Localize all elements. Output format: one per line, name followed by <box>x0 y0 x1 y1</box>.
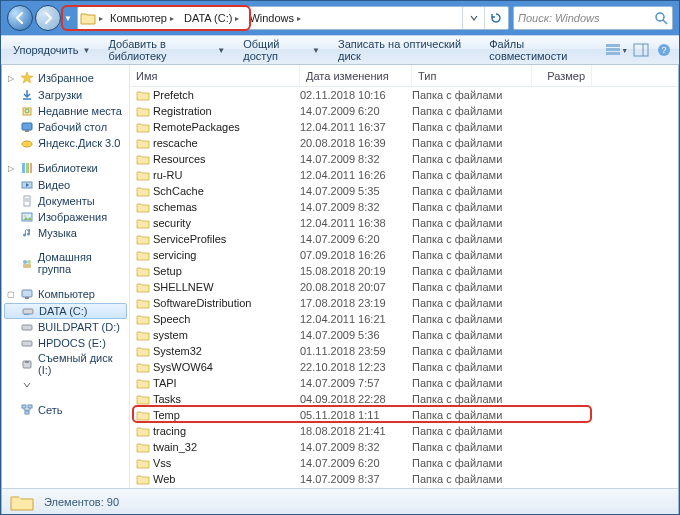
list-item[interactable]: ru-RU12.04.2011 16:26Папка с файлами <box>130 167 678 183</box>
list-item[interactable]: rescache20.08.2018 16:39Папка с файлами <box>130 135 678 151</box>
list-item[interactable]: Prefetch02.11.2018 10:16Папка с файлами <box>130 87 678 103</box>
list-item[interactable]: Setup15.08.2018 20:19Папка с файлами <box>130 263 678 279</box>
sidebar-item-documents[interactable]: Документы <box>2 193 129 209</box>
file-type: Папка с файлами <box>412 169 532 181</box>
file-type: Папка с файлами <box>412 297 532 309</box>
list-item[interactable]: security12.04.2011 16:38Папка с файлами <box>130 215 678 231</box>
command-toolbar: Упорядочить▼ Добавить в библиотеку▼ Общи… <box>1 35 679 65</box>
list-item[interactable]: ServiceProfiles14.07.2009 6:20Папка с фа… <box>130 231 678 247</box>
file-name: System32 <box>153 345 202 357</box>
sidebar-item-videos[interactable]: Видео <box>2 177 129 193</box>
file-name: Registration <box>153 105 212 117</box>
svg-rect-34 <box>25 361 29 363</box>
view-menu[interactable]: ▼ <box>605 38 628 62</box>
computer-header[interactable]: ▢ Компьютер <box>2 285 129 303</box>
folder-icon <box>136 248 150 262</box>
back-button[interactable] <box>7 5 33 31</box>
collapse-icon <box>6 259 16 268</box>
navigation-pane: ▷ Избранное Загрузки Недавние места Рабо… <box>2 65 130 488</box>
crumb-computer[interactable]: Компьютер▸ <box>106 7 180 29</box>
sidebar-item-drive-c[interactable]: DATA (C:) <box>4 303 127 319</box>
recent-icon <box>20 104 34 118</box>
sidebar-item-pictures[interactable]: Изображения <box>2 209 129 225</box>
list-item[interactable]: schemas14.07.2009 8:32Папка с файлами <box>130 199 678 215</box>
column-name[interactable]: Имя <box>130 65 300 86</box>
organize-menu[interactable]: Упорядочить▼ <box>5 40 98 60</box>
list-item[interactable]: SoftwareDistribution17.08.2018 23:19Папк… <box>130 295 678 311</box>
list-item[interactable]: SysWOW6422.10.2018 12:23Папка с файлами <box>130 359 678 375</box>
group-label: Библиотеки <box>38 162 98 174</box>
list-item[interactable]: Temp05.11.2018 1:11Папка с файлами <box>130 407 678 423</box>
list-item[interactable]: tracing18.08.2018 21:41Папка с файлами <box>130 423 678 439</box>
crumb-folder[interactable]: Windows▸ <box>245 7 307 29</box>
column-size[interactable]: Размер <box>532 65 592 86</box>
item-label: Недавние места <box>38 105 122 117</box>
share-menu[interactable]: Общий доступ▼ <box>235 34 328 66</box>
burn-button[interactable]: Записать на оптический диск <box>330 34 479 66</box>
file-date: 07.09.2018 16:26 <box>300 249 412 261</box>
documents-icon <box>20 194 34 208</box>
compat-files-button[interactable]: Файлы совместимости <box>481 34 601 66</box>
list-item[interactable]: Registration14.07.2009 6:20Папка с файла… <box>130 103 678 119</box>
item-label: HPDOCS (E:) <box>38 337 106 349</box>
sidebar-item-recent[interactable]: Недавние места <box>2 103 129 119</box>
preview-pane-button[interactable] <box>630 38 651 62</box>
list-item[interactable]: TAPI14.07.2009 7:57Папка с файлами <box>130 375 678 391</box>
svg-rect-13 <box>25 130 29 132</box>
file-name: SoftwareDistribution <box>153 297 251 309</box>
file-name: Web <box>153 473 175 485</box>
search-box[interactable]: Поиск: Windows <box>513 6 673 30</box>
libraries-header[interactable]: ▷ Библиотеки <box>2 159 129 177</box>
sidebar-item-downloads[interactable]: Загрузки <box>2 87 129 103</box>
address-bar[interactable]: ▸ Компьютер▸ DATA (C:)▸ Windows▸ <box>77 6 509 30</box>
column-type[interactable]: Тип <box>412 65 532 86</box>
list-item[interactable]: System3201.11.2018 23:59Папка с файлами <box>130 343 678 359</box>
svg-rect-29 <box>23 309 33 314</box>
sidebar-item-desktop[interactable]: Рабочий стол <box>2 119 129 135</box>
crumb-root-arrow[interactable]: ▸ <box>96 14 106 23</box>
crumb-drive[interactable]: DATA (C:)▸ <box>180 7 245 29</box>
sidebar-item-drive-e[interactable]: HPDOCS (E:) <box>2 335 129 351</box>
file-date: 12.04.2011 16:37 <box>300 121 412 133</box>
list-item[interactable]: Speech12.04.2011 16:21Папка с файлами <box>130 311 678 327</box>
forward-button[interactable] <box>35 5 61 31</box>
list-item[interactable]: Vss14.07.2009 6:20Папка с файлами <box>130 455 678 471</box>
list-item[interactable]: twain_3214.07.2009 8:32Папка с файлами <box>130 439 678 455</box>
list-item[interactable]: Resources14.07.2009 8:32Папка с файлами <box>130 151 678 167</box>
address-dropdown[interactable] <box>462 7 484 29</box>
sidebar-item-drive-d[interactable]: BUILDPART (D:) <box>2 319 129 335</box>
network-header[interactable]: Сеть <box>2 401 129 419</box>
include-library-menu[interactable]: Добавить в библиотеку▼ <box>100 34 233 66</box>
folder-icon <box>136 88 150 102</box>
main-area: ▷ Избранное Загрузки Недавние места Рабо… <box>1 65 679 488</box>
list-item[interactable]: Tasks04.09.2018 22:28Папка с файлами <box>130 391 678 407</box>
homegroup-header[interactable]: Домашняя группа <box>2 249 129 277</box>
file-name: tracing <box>153 425 186 437</box>
file-list[interactable]: Prefetch02.11.2018 10:16Папка с файламиR… <box>130 87 678 488</box>
sidebar-item-yadisk[interactable]: Яндекс.Диск 3.0 <box>2 135 129 151</box>
svg-point-25 <box>27 260 31 264</box>
video-icon <box>20 178 34 192</box>
list-item[interactable]: SchCache14.07.2009 5:35Папка с файлами <box>130 183 678 199</box>
item-label: BUILDPART (D:) <box>38 321 120 333</box>
column-date[interactable]: Дата изменения <box>300 65 412 86</box>
nav-history-dropdown[interactable]: ▼ <box>63 10 73 26</box>
list-item[interactable]: servicing07.09.2018 16:26Папка с файлами <box>130 247 678 263</box>
file-type: Папка с файлами <box>412 345 532 357</box>
group-label: Сеть <box>38 404 62 416</box>
favorites-header[interactable]: ▷ Избранное <box>2 69 129 87</box>
collapse-icon: ▷ <box>6 74 16 83</box>
file-date: 12.04.2011 16:21 <box>300 313 412 325</box>
svg-text:?: ? <box>662 45 667 55</box>
refresh-button[interactable] <box>484 7 506 29</box>
help-button[interactable]: ? <box>654 38 675 62</box>
list-item[interactable]: winsxs28.08.2018 21:17Папка с файлами <box>130 487 678 488</box>
file-date: 14.07.2009 8:37 <box>300 473 412 485</box>
list-item[interactable]: Web14.07.2009 8:37Папка с файлами <box>130 471 678 487</box>
sidebar-item-more[interactable] <box>2 377 129 393</box>
list-item[interactable]: SHELLNEW20.08.2018 20:07Папка с файлами <box>130 279 678 295</box>
list-item[interactable]: system14.07.2009 5:36Папка с файлами <box>130 327 678 343</box>
sidebar-item-removable[interactable]: Съемный диск (I:) <box>2 351 129 377</box>
sidebar-item-music[interactable]: Музыка <box>2 225 129 241</box>
list-item[interactable]: RemotePackages12.04.2011 16:37Папка с фа… <box>130 119 678 135</box>
